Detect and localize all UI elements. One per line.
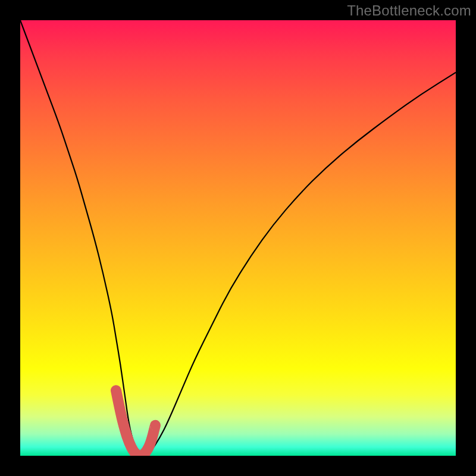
chart-frame: TheBottleneck.com [0,0,476,476]
bottleneck-curve [20,20,456,456]
plot-area [20,20,456,456]
chart-svg [20,20,456,456]
watermark-text: TheBottleneck.com [347,2,471,19]
marker-region [116,390,155,456]
